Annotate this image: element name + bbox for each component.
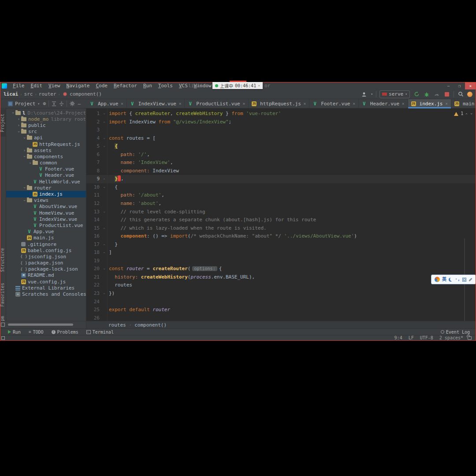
code-line-22[interactable]: 22 routes	[86, 281, 476, 290]
tree-item-homeview-vue[interactable]: VHomeView.vue	[6, 210, 86, 216]
tree-item-common[interactable]: ›common	[6, 160, 86, 166]
tab-close-icon[interactable]: ✕	[353, 101, 355, 106]
tree-item-assets[interactable]: ›assets	[6, 147, 86, 153]
ime-punctuation-icon[interactable]: ·,	[455, 275, 460, 284]
code-line-9[interactable]: 9› },	[86, 175, 476, 183]
crumb-src[interactable]: src	[24, 91, 33, 97]
tree-item-gitignore[interactable]: .gitignore	[6, 241, 86, 247]
code-line-7[interactable]: 7 name: 'IndexView',	[86, 159, 476, 167]
crumb-licai[interactable]: licai	[4, 91, 18, 97]
chevron-icon[interactable]: ›	[22, 136, 27, 140]
tree-item-api[interactable]: ›api	[6, 135, 86, 141]
ime-moon-icon[interactable]	[449, 278, 453, 282]
project-view-caret-icon[interactable]: ▾	[37, 102, 40, 106]
code-editor[interactable]: 1›import { createRouter, createWebHistor…	[86, 108, 476, 321]
chevron-icon[interactable]: ›	[22, 198, 27, 203]
chevron-icon[interactable]: ›	[28, 161, 33, 165]
project-panel-title[interactable]: Project	[15, 101, 35, 107]
search-everywhere-icon[interactable]	[457, 91, 464, 98]
ime-keyboard-icon[interactable]	[462, 278, 466, 282]
rerun-icon[interactable]	[413, 91, 420, 98]
tree-item-index-js[interactable]: JSindex.js	[6, 191, 86, 197]
tree-item-components[interactable]: ›components	[6, 153, 86, 160]
menu-refactor[interactable]: Refactor	[111, 83, 140, 89]
tree-item-views[interactable]: ›views	[6, 197, 86, 204]
menu-view[interactable]: View	[45, 83, 63, 89]
toolstrip-project[interactable]: Project	[0, 109, 6, 137]
code-line-4[interactable]: 4›const routes = [	[86, 134, 476, 143]
code-line-18[interactable]: 18›]	[86, 249, 476, 257]
tab-footer-vue[interactable]: VFooter.vue✕	[309, 99, 359, 108]
tree-item-package-json[interactable]: { }package.json	[6, 260, 86, 266]
tree-item-main-js[interactable]: JSmain.js	[6, 235, 86, 241]
code-line-26[interactable]: 26	[86, 314, 476, 321]
code-line-10[interactable]: 10› {	[86, 183, 476, 192]
tab-main-js[interactable]: JSmain.js✕	[451, 99, 476, 108]
chevron-icon[interactable]: ›	[11, 111, 15, 115]
crumb-router[interactable]: router	[39, 91, 56, 97]
tree-item-scratches-and-consoles[interactable]: +Scratches and Consoles	[6, 291, 86, 297]
debug-icon[interactable]	[423, 91, 430, 98]
tree-item-readme-md[interactable]: MREADME.md	[6, 272, 86, 279]
user-account-icon[interactable]	[361, 91, 368, 98]
tab-productlist-vue[interactable]: VProductList.vue✕	[185, 99, 249, 108]
code-line-20[interactable]: 20›const router = createRouter(options:{	[86, 265, 476, 273]
toolwindow-run[interactable]: Run	[8, 330, 21, 335]
crumb-component[interactable]: component()	[70, 91, 102, 97]
recording-widget[interactable]: 上课中 00:46:41 ▾	[212, 82, 263, 89]
fold-marker-icon[interactable]: ›	[101, 118, 107, 126]
tree-item-jsconfig-json[interactable]: { }jsconfig.json	[6, 253, 86, 260]
toolwindow-todo[interactable]: ≡ TODO	[29, 330, 44, 335]
chevron-icon[interactable]: ›	[16, 117, 21, 121]
locate-file-icon[interactable]: ⊕	[43, 100, 46, 107]
ide-update-badge[interactable]	[467, 92, 472, 97]
stop-icon[interactable]	[443, 91, 450, 98]
fold-marker-icon[interactable]: ›	[101, 224, 107, 233]
tree-item-helloworld-vue[interactable]: VHelloWorld.vue	[6, 178, 86, 185]
tab-index-js[interactable]: JSindex.js✕	[408, 99, 451, 108]
menu-tools[interactable]: Tools	[155, 83, 176, 89]
chevron-icon[interactable]: ›	[16, 130, 21, 134]
breadcrumb-component[interactable]: component()	[134, 322, 167, 328]
tree-item-indexview-vue[interactable]: VIndexView.vue	[6, 216, 86, 222]
code-line-5[interactable]: 5› {	[86, 142, 476, 151]
tree-item-httprequest-js[interactable]: JShttpRequest.js	[6, 141, 86, 147]
code-line-15[interactable]: 15› // which is lazy-loaded when the rou…	[86, 224, 476, 233]
tree-item-public[interactable]: ›public	[6, 122, 86, 128]
code-line-25[interactable]: 25export default router	[86, 306, 476, 314]
run-config-selector[interactable]: serve ▾	[379, 90, 410, 98]
fold-marker-icon[interactable]: ›	[101, 265, 107, 273]
expand-all-icon[interactable]	[52, 101, 56, 106]
indent-setting[interactable]: 2 spaces*	[439, 335, 463, 340]
tab-close-icon[interactable]: ✕	[446, 101, 448, 106]
tab-header-vue[interactable]: VHeader.vue✕	[359, 99, 408, 108]
hide-panel-icon[interactable]: —	[78, 101, 81, 107]
code-line-19[interactable]: 19	[86, 257, 476, 265]
ime-language-mode[interactable]: 英	[442, 275, 446, 284]
tree-item-app-vue[interactable]: VApp.vue	[6, 229, 86, 235]
code-line-16[interactable]: 16 component: () => import(/* webpackChu…	[86, 232, 476, 241]
collapse-all-icon[interactable]	[59, 101, 64, 106]
fold-marker-icon[interactable]: ›	[101, 183, 107, 192]
code-line-23[interactable]: 23›})	[86, 290, 476, 298]
tool-window-corner-icon[interactable]	[1, 323, 5, 327]
tree-item-babel-config-js[interactable]: JSbabel.config.js	[6, 247, 86, 253]
fold-marker-icon[interactable]: ›	[101, 134, 107, 143]
tab-app-vue[interactable]: VApp.vue✕	[86, 99, 127, 108]
profiler-icon[interactable]	[433, 91, 440, 98]
settings-gear-icon[interactable]	[70, 101, 75, 106]
ime-wrench-icon[interactable]	[469, 278, 472, 281]
code-line-13[interactable]: 13› // route level code-splitting	[86, 208, 476, 216]
fold-marker-icon[interactable]: ›	[101, 290, 107, 298]
chevron-icon[interactable]: ›	[22, 148, 27, 152]
code-line-21[interactable]: 21 history: createWebHistory(process.env…	[86, 273, 476, 282]
menu-code[interactable]: Code	[93, 83, 111, 89]
tree-item-router[interactable]: ›router	[6, 185, 86, 191]
inspection-widget[interactable]: 1 › ›	[454, 110, 472, 118]
file-encoding[interactable]: UTF-8	[420, 335, 433, 340]
tree-item-header-vue[interactable]: VHeader.vue	[6, 172, 86, 178]
code-line-3[interactable]: 3	[86, 126, 476, 134]
toolstrip-favorites[interactable]: Favorites	[0, 279, 6, 310]
fold-marker-icon[interactable]: ›	[101, 175, 107, 183]
code-line-8[interactable]: 8 component: IndexView	[86, 167, 476, 175]
